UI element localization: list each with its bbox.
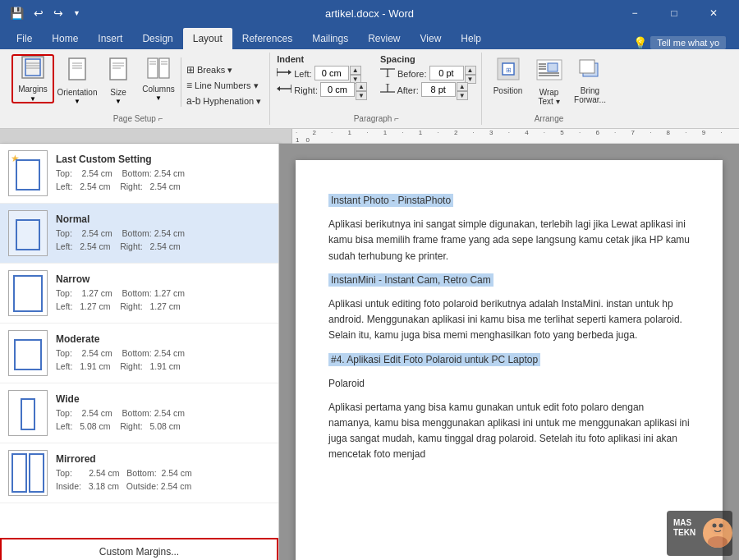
size-button[interactable]: Size ▼ — [100, 54, 136, 103]
margin-item-wide[interactable]: Wide Top: 2.54 cm Bottom: 2.54 cm Left: … — [0, 383, 278, 443]
paragraph-group: Indent Left: — [272, 53, 481, 125]
paragraph-content: Indent Left: — [277, 53, 475, 110]
wrap-text-button[interactable]: WrapText ▾ — [530, 54, 569, 108]
paragraph-dialog-launcher[interactable]: ⌐ — [394, 114, 399, 123]
breaks-button[interactable]: ⊞ Breaks ▾ — [183, 62, 264, 77]
svg-rect-42 — [580, 60, 594, 73]
tab-layout[interactable]: Layout — [183, 28, 232, 49]
maximize-button[interactable]: □ — [655, 0, 693, 26]
window-title: artikel.docx - Word — [325, 7, 414, 20]
tab-insert[interactable]: Insert — [88, 28, 132, 49]
doc-heading-4: Polaroid — [328, 376, 690, 392]
minimize-button[interactable]: − — [616, 0, 654, 26]
spacing-section: Spacing Before: — [380, 54, 476, 97]
margin-item-narrow[interactable]: Narrow Top: 1.27 cm Bottom: 1.27 cm Left… — [0, 264, 278, 324]
bring-forward-label: BringForwar... — [574, 86, 606, 104]
watermark-svg: MAS TEKN — [667, 511, 732, 556]
margin-mirrored-inner — [9, 451, 47, 495]
hyphenation-button[interactable]: a‐b Hyphenation ▾ — [183, 94, 264, 108]
columns-button[interactable]: Columns ▼ — [138, 54, 179, 103]
margin-name-moderate: Moderate — [56, 333, 270, 345]
tab-design[interactable]: Design — [132, 28, 182, 49]
bring-forward-icon — [578, 57, 603, 85]
margin-item-mirrored[interactable]: Mirrored Top: 2.54 cm Bottom: 2.54 cm In… — [0, 443, 278, 503]
tab-view[interactable]: View — [411, 28, 452, 49]
redo-button[interactable]: ↪ — [50, 5, 67, 21]
indent-right-spinner: ▲ ▼ — [356, 82, 367, 97]
custom-margins-button[interactable]: Custom Margins... — [0, 538, 278, 560]
qat-dropdown-button[interactable]: ▼ — [70, 7, 84, 19]
indent-left-icon — [277, 67, 291, 77]
indent-left-spinner: ▲ ▼ — [350, 66, 361, 80]
orientation-arrow: ▼ — [74, 98, 80, 105]
bring-forward-button[interactable]: BringForwar... — [571, 54, 610, 107]
margin-info-moderate: Moderate Top: 2.54 cm Bottom: 2.54 cm Le… — [56, 333, 270, 374]
margin-info-wide: Wide Top: 2.54 cm Bottom: 2.54 cm Left: … — [56, 393, 270, 434]
doc-para-1: Aplikasi berikutnya ini sangat simple di… — [328, 217, 690, 264]
indent-right-down[interactable]: ▼ — [356, 91, 367, 100]
page-setup-label: Page Setup ⌐ — [7, 114, 269, 123]
svg-text:MAS: MAS — [673, 518, 692, 527]
position-button[interactable]: ⊞ Position — [489, 54, 528, 98]
spacing-after-down[interactable]: ▼ — [457, 91, 468, 100]
margin-item-moderate[interactable]: Moderate Top: 2.54 cm Bottom: 2.54 cm Le… — [0, 324, 278, 383]
columns-icon — [147, 57, 170, 84]
margins-list[interactable]: ★ Last Custom Setting Top: 2.54 cm Botto… — [0, 144, 278, 538]
page-setup-dialog-launcher[interactable]: ⌐ — [158, 114, 163, 123]
tab-help[interactable]: Help — [451, 28, 491, 49]
quick-access-toolbar: 💾 ↩ ↪ ▼ — [7, 5, 84, 21]
spacing-after-up[interactable]: ▲ — [457, 82, 468, 91]
margins-button[interactable]: Margins ▼ — [11, 54, 54, 103]
orientation-icon — [67, 57, 88, 87]
tab-review[interactable]: Review — [358, 28, 410, 49]
breaks-label: Breaks ▾ — [197, 65, 232, 76]
spacing-after-spinner: ▲ ▼ — [457, 82, 468, 97]
save-button[interactable]: 💾 — [7, 5, 27, 21]
doc-para-3: Aplikasi pertama yang bisa kamu gunakan … — [328, 400, 690, 463]
tab-mailings[interactable]: Mailings — [302, 28, 358, 49]
margin-detail-wide: Top: 2.54 cm Bottom: 2.54 cm Left: 5.08 … — [56, 407, 270, 434]
wrap-text-svg-icon — [536, 57, 562, 83]
undo-button[interactable]: ↩ — [30, 5, 47, 21]
spacing-title: Spacing — [380, 54, 476, 64]
tab-file[interactable]: File — [7, 28, 42, 49]
indent-left-control: ▲ ▼ — [314, 66, 361, 80]
indent-left-label: Left: — [277, 67, 311, 79]
spacing-before-up[interactable]: ▲ — [465, 66, 476, 75]
divider — [181, 57, 181, 107]
margin-item-last-custom[interactable]: ★ Last Custom Setting Top: 2.54 cm Botto… — [0, 144, 278, 204]
margin-icon-narrow — [8, 270, 48, 316]
document-area[interactable]: Instant Photo - PinstaPhoto Aplikasi ber… — [279, 144, 739, 560]
tab-references[interactable]: References — [232, 28, 302, 49]
indent-left-up[interactable]: ▲ — [350, 66, 361, 75]
line-numbers-button[interactable]: ≡ Line Numbers ▾ — [183, 78, 264, 93]
indent-right-up[interactable]: ▲ — [356, 82, 367, 91]
margin-info-last-custom: Last Custom Setting Top: 2.54 cm Bottom:… — [56, 154, 270, 194]
tell-me-field[interactable]: Tell me what yo — [650, 36, 726, 49]
spacing-after-label: After: — [380, 84, 419, 95]
indent-section: Indent Left: — [277, 54, 367, 97]
spacing-after-control: ▲ ▼ — [421, 82, 468, 97]
position-svg-icon: ⊞ — [496, 57, 521, 81]
margin-item-normal[interactable]: Normal Top: 2.54 cm Bottom: 2.54 cm Left… — [0, 204, 278, 264]
ruler: · 2 · 1 · 1 · 1 · 2 · 3 · 4 · 5 · 6 · 7 … — [292, 129, 739, 144]
indent-left-input[interactable] — [314, 66, 349, 80]
close-button[interactable]: ✕ — [695, 0, 732, 26]
tab-home[interactable]: Home — [42, 28, 88, 49]
wrap-text-icon — [536, 57, 562, 86]
margin-icon-moderate — [8, 330, 48, 376]
margins-dropdown-panel: ★ Last Custom Setting Top: 2.54 cm Botto… — [0, 144, 279, 560]
svg-point-50 — [719, 524, 723, 528]
orientation-button[interactable]: Orientation ▼ — [56, 54, 99, 103]
margin-name-mirrored: Mirrored — [56, 453, 270, 465]
margins-label: Margins — [18, 85, 48, 94]
indent-right-input[interactable] — [320, 82, 355, 97]
spacing-after-input[interactable] — [421, 82, 456, 97]
margins-dropdown-arrow: ▼ — [30, 95, 36, 103]
margin-icon-mirrored — [8, 450, 48, 496]
hyphenation-label: Hyphenation ▾ — [203, 96, 261, 107]
indent-spacing: Indent Left: — [277, 54, 475, 97]
spacing-before-input[interactable] — [429, 66, 464, 80]
svg-point-49 — [713, 524, 717, 528]
svg-marker-30 — [385, 84, 390, 85]
